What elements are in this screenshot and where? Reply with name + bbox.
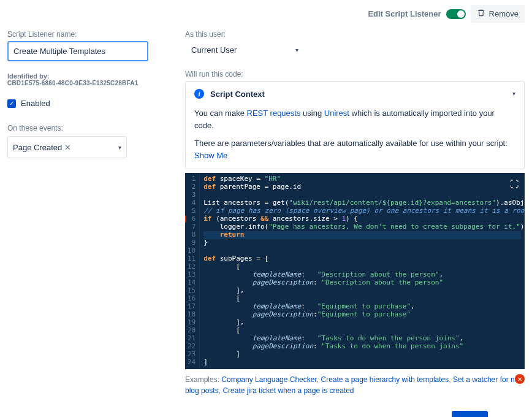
chevron-down-icon: ▾ [118, 144, 121, 151]
edit-script-listener-label: Edit Script Listener [368, 9, 441, 18]
events-label: On these events: [7, 124, 167, 132]
revert-button[interactable]: Revert [494, 411, 525, 417]
code-editor[interactable]: 123456789101112131415161718192021222324 … [185, 173, 525, 369]
toggle-enabled[interactable] [446, 9, 466, 19]
trash-icon [477, 9, 485, 19]
topbar: Edit Script Listener Remove [7, 5, 525, 23]
enabled-label: Enabled [21, 99, 50, 108]
example-link[interactable]: Company Language Checker [221, 375, 316, 384]
right-column: As this user: Current User ▾ Will run th… [185, 30, 525, 417]
save-button[interactable]: Save [452, 411, 487, 417]
name-label: Script Listener name: [7, 30, 167, 39]
event-tag: Page Created ✕ [13, 143, 71, 152]
code-body[interactable]: def spaceKey = "HR"def parentPage = page… [200, 173, 525, 369]
script-context-panel: i Script Context ▾ You can make REST req… [185, 81, 525, 169]
events-select[interactable]: Page Created ✕ ▾ [7, 136, 127, 158]
code-label: Will run this code: [185, 70, 525, 78]
rest-requests-link[interactable]: REST requests [247, 109, 301, 118]
unirest-link[interactable]: Unirest [324, 109, 349, 118]
chevron-down-icon[interactable]: ▾ [512, 90, 515, 97]
example-link[interactable]: Create a page hierarchy with templates [321, 375, 449, 384]
remove-label: Remove [489, 9, 519, 18]
identified-label: Identified by: [7, 72, 167, 80]
info-icon: i [194, 89, 204, 99]
close-icon[interactable]: ✕ [64, 143, 71, 152]
code-gutter: 123456789101112131415161718192021222324 [185, 173, 200, 369]
error-badge[interactable]: ✕ [515, 374, 525, 384]
examples-row: Examples: Company Language Checker, Crea… [185, 374, 525, 396]
script-context-title: Script Context [210, 90, 265, 99]
example-link[interactable]: Create jira ticket when a page is create… [222, 386, 354, 395]
left-column: Script Listener name: Identified by: CBD… [7, 30, 167, 417]
user-select[interactable]: Current User ▾ [185, 41, 305, 59]
user-label: As this user: [185, 30, 525, 39]
remove-button[interactable]: Remove [471, 5, 525, 23]
show-me-link[interactable]: Show Me [194, 151, 227, 160]
enabled-checkbox[interactable]: ✓ [7, 99, 16, 108]
name-input[interactable] [7, 41, 148, 61]
fullscreen-icon[interactable]: ⛶ [510, 179, 519, 189]
chevron-down-icon: ▾ [295, 47, 298, 53]
guid-value: CBD1E575-6860-48C0-9E33-E1325C28BFA1 [7, 80, 167, 86]
